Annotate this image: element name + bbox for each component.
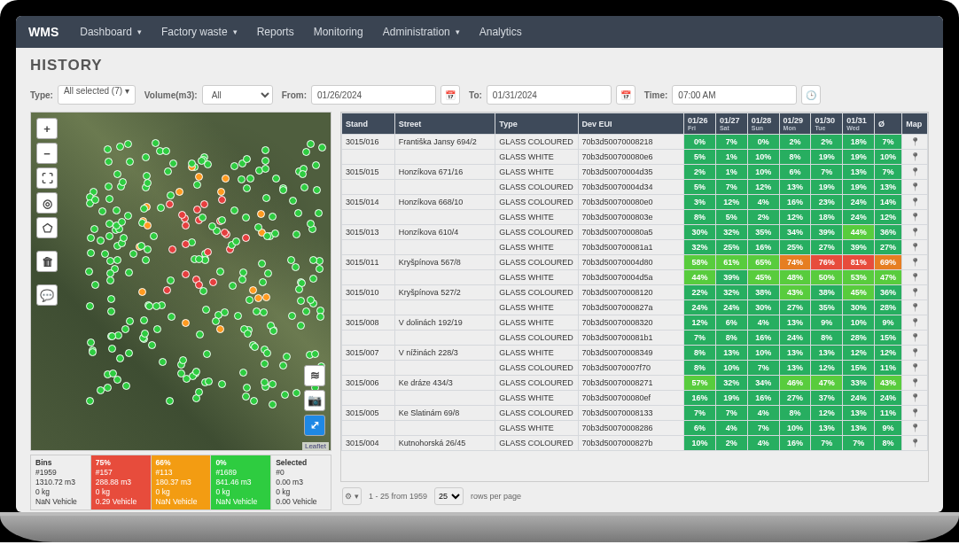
table-row[interactable]: GLASS COLOURED70b3d50070007f708%10%7%13%… — [342, 361, 928, 376]
table-row[interactable]: 3015/013Honzíkova 610/4GLASS COLOURED70b… — [342, 225, 928, 240]
map-marker[interactable] — [316, 313, 324, 321]
map-marker[interactable] — [271, 229, 279, 237]
layers-button[interactable]: ≋ — [304, 365, 325, 386]
map-marker[interactable] — [281, 391, 289, 399]
map-marker[interactable] — [113, 206, 121, 214]
map-marker[interactable] — [113, 376, 121, 384]
map-marker[interactable] — [144, 222, 152, 229]
map-marker[interactable] — [209, 278, 217, 286]
map-marker[interactable] — [316, 265, 324, 273]
camera-button[interactable]: 📷 — [304, 390, 325, 411]
map-marker[interactable] — [105, 195, 113, 203]
row-map-pin[interactable] — [902, 165, 928, 180]
map-marker[interactable] — [307, 140, 315, 148]
map-marker[interactable] — [152, 302, 160, 310]
table-row[interactable]: 3015/016Františka Jansy 694/2GLASS COLOU… — [342, 135, 928, 150]
nav-factory-waste[interactable]: Factory waste — [154, 20, 245, 43]
map-marker[interactable] — [295, 285, 303, 293]
map-marker[interactable] — [192, 368, 200, 376]
col-dev-eui[interactable]: Dev EUI — [578, 113, 684, 135]
from-calendar-icon[interactable]: 📅 — [441, 85, 460, 105]
map-marker[interactable] — [254, 294, 262, 302]
map-marker[interactable] — [309, 275, 317, 283]
map-marker[interactable] — [104, 384, 112, 392]
map-marker[interactable] — [157, 204, 165, 212]
table-row[interactable]: 3015/006Ke dráze 434/3GLASS COLOURED70b3… — [342, 376, 928, 391]
row-map-pin[interactable] — [902, 315, 928, 331]
row-map-pin[interactable] — [902, 240, 928, 255]
map-marker[interactable] — [114, 331, 122, 339]
map-marker[interactable] — [90, 225, 98, 233]
map-marker[interactable] — [106, 257, 114, 265]
col-day[interactable]: 01/28Sun — [747, 113, 779, 135]
nav-administration[interactable]: Administration — [376, 20, 467, 43]
bin-layer-button[interactable]: 🗑 — [36, 251, 58, 272]
map-marker[interactable] — [318, 144, 326, 152]
map-marker[interactable] — [125, 349, 133, 357]
map-marker[interactable] — [179, 356, 187, 364]
map-marker[interactable] — [101, 250, 109, 258]
map-marker[interactable] — [204, 248, 212, 256]
map-marker[interactable] — [166, 200, 174, 208]
map-marker[interactable] — [242, 393, 250, 401]
table-row[interactable]: GLASS WHITE70b3d5007000803e8%5%2%12%18%2… — [342, 210, 928, 225]
map-marker[interactable] — [182, 222, 190, 229]
map-marker[interactable] — [261, 157, 269, 165]
map-marker[interactable] — [105, 183, 113, 191]
map-marker[interactable] — [218, 196, 226, 204]
map-marker[interactable] — [91, 281, 99, 289]
table-row[interactable]: GLASS COLOURED70b3d500700081b17%8%16%24%… — [342, 331, 928, 346]
map-marker[interactable] — [141, 330, 149, 338]
map-marker[interactable] — [260, 308, 268, 316]
map-marker[interactable] — [230, 162, 238, 170]
nav-analytics[interactable]: Analytics — [472, 20, 529, 43]
table-row[interactable]: 3015/005Ke Slatinám 69/8GLASS COLOURED70… — [342, 406, 928, 421]
map-marker[interactable] — [113, 256, 121, 264]
map-marker[interactable] — [261, 165, 269, 173]
map-marker[interactable] — [150, 232, 158, 240]
map-marker[interactable] — [89, 348, 97, 356]
locate-button[interactable]: ◎ — [36, 192, 58, 214]
table-row[interactable]: GLASS COLOURED70b3d50070004d345%7%12%13%… — [342, 180, 928, 195]
map-marker[interactable] — [217, 188, 225, 196]
map-marker[interactable] — [261, 378, 269, 386]
row-map-pin[interactable] — [902, 406, 928, 421]
table-row[interactable]: 3015/014Honzíkova 668/10GLASS COLOURED70… — [342, 195, 928, 210]
col-type[interactable]: Type — [495, 113, 578, 135]
row-map-pin[interactable] — [902, 225, 928, 240]
map-marker[interactable] — [144, 179, 152, 187]
table-settings-button[interactable]: ⚙ ▾ — [342, 487, 362, 505]
table-row[interactable]: 3015/007V nížinách 228/3GLASS WHITE70b3d… — [342, 346, 928, 361]
map-marker[interactable] — [182, 240, 190, 248]
map-marker[interactable] — [261, 146, 269, 154]
map-marker[interactable] — [86, 397, 94, 405]
map-marker[interactable] — [292, 230, 300, 238]
map-marker[interactable] — [292, 389, 300, 397]
map-marker[interactable] — [168, 245, 176, 253]
map-marker[interactable] — [246, 175, 254, 183]
map-marker[interactable] — [86, 302, 94, 310]
map-marker[interactable] — [216, 325, 224, 333]
nav-reports[interactable]: Reports — [250, 20, 301, 43]
map-marker[interactable] — [195, 173, 203, 181]
map-marker[interactable] — [125, 268, 133, 276]
row-map-pin[interactable] — [902, 270, 928, 285]
table-row[interactable]: GLASS WHITE70b3d500700080e65%1%10%8%19%1… — [342, 150, 928, 165]
row-map-pin[interactable] — [902, 436, 928, 451]
map-marker[interactable] — [279, 362, 287, 369]
map-marker[interactable] — [193, 181, 201, 189]
map-marker[interactable] — [263, 232, 271, 240]
type-select[interactable]: All selected (7) ▾ — [58, 85, 136, 105]
row-map-pin[interactable] — [902, 255, 928, 270]
to-date-input[interactable] — [487, 85, 612, 105]
map-marker[interactable] — [218, 216, 226, 224]
table-row[interactable]: 3015/008V dolinách 192/19GLASS WHITE70b3… — [342, 315, 928, 331]
chat-layer-button[interactable]: 💬 — [36, 284, 58, 306]
map-marker[interactable] — [119, 178, 127, 186]
map-marker[interactable] — [242, 234, 250, 242]
map-marker[interactable] — [98, 207, 106, 215]
row-map-pin[interactable] — [902, 346, 928, 361]
col-stand[interactable]: Stand — [342, 113, 395, 135]
map-marker[interactable] — [257, 210, 265, 218]
map-marker[interactable] — [108, 332, 116, 340]
